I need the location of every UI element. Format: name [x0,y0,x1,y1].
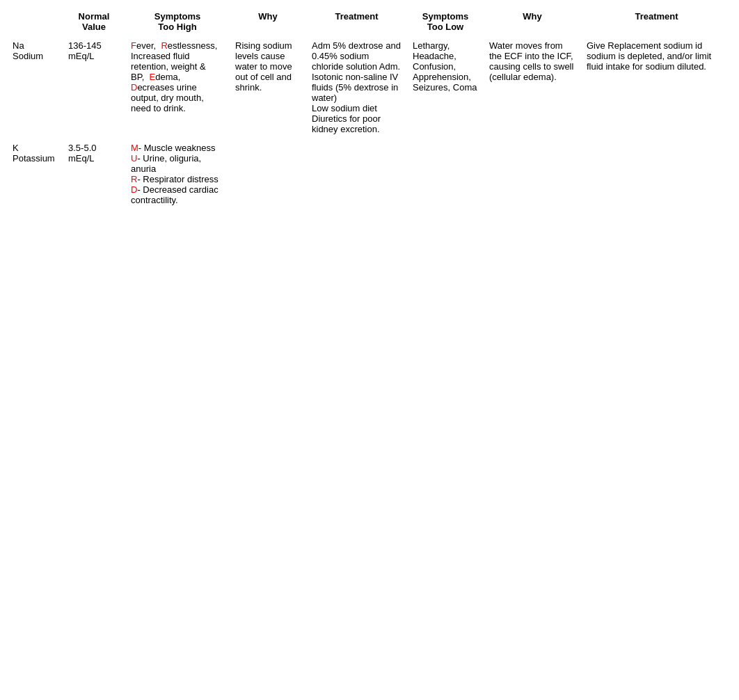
header-treatment-low: Treatment [581,7,732,36]
normal-value-cell: 136-145mEq/L [63,36,125,138]
red-letter-r: R [131,174,137,184]
why-high-cell: Rising sodium levels cause water to move… [230,36,306,138]
header-symptoms-low: SymptomsToo Low [407,7,484,36]
why-low-cell [484,138,581,209]
header-element [7,7,63,36]
red-letter-d: D [131,82,137,93]
why-high-cell [230,138,306,209]
treatment-low-cell [581,138,732,209]
treatment-high-cell [306,138,407,209]
header-normal-value: NormalValue [63,7,125,36]
treatment-high-cell: Adm 5% dextrose and 0.45% sodium chlorid… [306,36,407,138]
why-low-cell: Water moves from the ECF into the ICF, c… [484,36,581,138]
element-symbol: Na [13,40,57,51]
treatment-low-cell: Give Replacement sodium id sodium is dep… [581,36,732,138]
symptoms-high-cell: Fever, Restlessness, Increased fluid ret… [125,36,230,138]
element-name: Potassium [13,153,57,164]
table-row: K Potassium 3.5-5.0mEq/L M- Muscle weakn… [7,138,732,209]
symptoms-high-cell: M- Muscle weakness U- Urine, oliguria, a… [125,138,230,209]
red-letter-m: M [131,143,138,153]
element-name: Sodium [13,51,57,61]
red-letter-r: R [161,40,167,51]
element-cell: Na Sodium [7,36,63,138]
header-symptoms-high: SymptomsToo High [125,7,230,36]
normal-value-cell: 3.5-5.0mEq/L [63,138,125,209]
header-treatment-high: Treatment [306,7,407,36]
header-why-low: Why [484,7,581,36]
element-cell: K Potassium [7,138,63,209]
header-why-high: Why [230,7,306,36]
symptoms-low-cell: Lethargy, Headache, Confusion, Apprehens… [407,36,484,138]
element-symbol: K [13,143,57,153]
red-letter-d: D [131,184,137,195]
red-letter-f: F [131,40,136,51]
red-letter-u: U [131,153,137,164]
table-row: Na Sodium 136-145mEq/L Fever, Restlessne… [7,36,732,138]
red-letter-e: E [150,72,156,82]
symptoms-low-cell [407,138,484,209]
